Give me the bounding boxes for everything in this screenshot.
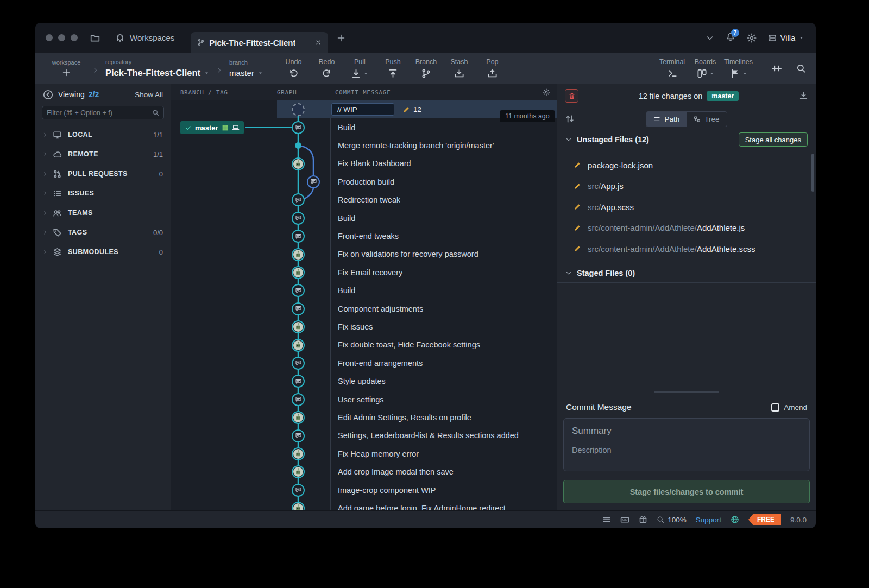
sidebar-item-remote[interactable]: REMOTE1/1 bbox=[35, 144, 171, 164]
file-dir: src/content-admin/AddAthlete/ bbox=[588, 223, 697, 232]
commit-row[interactable]: Redirection tweak bbox=[171, 191, 557, 209]
commit-row[interactable]: Fix Heap memory error bbox=[171, 445, 557, 463]
file-row[interactable]: src/content-admin/AddAthlete/AddAthlete.… bbox=[557, 218, 816, 239]
chevron-down-icon[interactable] bbox=[565, 270, 572, 276]
sidebar-item-pull-requests[interactable]: PULL REQUESTS0 bbox=[35, 164, 171, 184]
caret-down-icon[interactable] bbox=[742, 71, 747, 76]
commit-summary-input[interactable]: Summary bbox=[572, 426, 801, 437]
commit-row[interactable]: Fix issues bbox=[171, 318, 557, 336]
toolbar-action-boards[interactable]: Boards bbox=[689, 53, 722, 84]
file-row[interactable]: package-lock.json bbox=[557, 155, 816, 176]
toolbar-action-redo[interactable]: Redo bbox=[310, 53, 343, 84]
support-link[interactable]: Support bbox=[696, 516, 721, 524]
toolbar-action-undo[interactable]: Undo bbox=[277, 53, 310, 84]
wip-label-box[interactable]: // WIP bbox=[331, 103, 394, 116]
sort-files-icon[interactable] bbox=[565, 114, 575, 124]
commit-description-input[interactable]: Description bbox=[572, 446, 801, 454]
commit-row[interactable]: Style updates bbox=[171, 372, 557, 390]
commit-message-box[interactable]: Summary Description bbox=[563, 418, 810, 471]
collapse-toolbar-icon[interactable] bbox=[706, 34, 714, 42]
file-path: package-lock.json bbox=[588, 161, 653, 170]
commit-row[interactable]: Fix on validations for recovery password bbox=[171, 245, 557, 263]
zoom-control[interactable]: 100% bbox=[657, 516, 687, 524]
zoom-window-button[interactable] bbox=[71, 34, 78, 41]
minimize-window-button[interactable] bbox=[58, 34, 65, 41]
path-view-button[interactable]: Path bbox=[646, 112, 687, 127]
download-icon[interactable] bbox=[799, 91, 808, 100]
staged-files-header[interactable]: Staged Files (0) bbox=[557, 263, 816, 283]
toolbar-action-pull[interactable]: Pull bbox=[343, 53, 376, 84]
amend-control[interactable]: Amend bbox=[771, 403, 807, 412]
sidebar-item-issues[interactable]: ISSUES bbox=[35, 184, 171, 203]
commit-row[interactable]: Front-end arrangements bbox=[171, 354, 557, 372]
commit-branch-cell bbox=[171, 445, 330, 463]
caret-down-icon[interactable] bbox=[363, 71, 368, 76]
filter-input[interactable] bbox=[47, 109, 149, 117]
gift-icon[interactable] bbox=[639, 515, 647, 524]
unstaged-files-header[interactable]: Unstaged Files (12) Stage all changes bbox=[557, 130, 816, 149]
folder-icon[interactable] bbox=[90, 33, 100, 43]
modified-file-icon bbox=[574, 182, 581, 190]
toolbar-action-branch[interactable]: Branch bbox=[410, 53, 443, 84]
commit-row[interactable]: Build bbox=[171, 282, 557, 300]
layout-panels-icon[interactable] bbox=[771, 63, 782, 74]
graph-settings-gear-icon[interactable] bbox=[543, 88, 550, 96]
commit-row[interactable]: Front-end tweaks bbox=[171, 227, 557, 245]
close-tab-icon[interactable] bbox=[315, 39, 322, 46]
globe-icon[interactable] bbox=[731, 515, 739, 524]
gear-icon[interactable] bbox=[747, 33, 757, 43]
toolbar-action-stash[interactable]: Stash bbox=[443, 53, 476, 84]
repository-selector[interactable]: repository Pick-The-Fittest-Client bbox=[105, 53, 209, 84]
commit-row[interactable]: Edit Admin Settings, Results on profile bbox=[171, 408, 557, 426]
workspace-group[interactable]: workspace bbox=[47, 53, 85, 84]
notifications-button[interactable]: 7 bbox=[726, 32, 735, 44]
wip-row[interactable]: // WIP 12 bbox=[171, 100, 557, 118]
toolbar-action-push[interactable]: Push bbox=[376, 53, 410, 84]
add-workspace-icon[interactable] bbox=[62, 68, 71, 77]
workspaces-tab[interactable]: Workspaces bbox=[115, 33, 174, 43]
profile-menu[interactable]: Villa bbox=[768, 34, 804, 42]
toolbar-action-timelines[interactable]: Timelines bbox=[722, 53, 755, 84]
show-all-button[interactable]: Show All bbox=[135, 91, 163, 99]
toolbar-action-pop[interactable]: Pop bbox=[476, 53, 509, 84]
commit-row[interactable]: User settings bbox=[171, 390, 557, 408]
commit-row[interactable]: Production build bbox=[171, 173, 557, 191]
sidebar-item-submodules[interactable]: SUBMODULES0 bbox=[35, 242, 171, 262]
branch-badge-master[interactable]: master bbox=[180, 121, 244, 134]
file-row[interactable]: src/App.scss bbox=[557, 197, 816, 218]
toolbar-action-terminal[interactable]: Terminal bbox=[656, 53, 689, 84]
commit-row[interactable]: Image-crop component WIP bbox=[171, 481, 557, 499]
amend-checkbox[interactable] bbox=[771, 403, 779, 412]
commit-row[interactable]: Add crop Image modal then save bbox=[171, 463, 557, 480]
commit-row[interactable]: Build bbox=[171, 209, 557, 227]
chevron-down-icon[interactable] bbox=[565, 136, 572, 143]
discard-changes-button[interactable] bbox=[565, 89, 578, 103]
new-tab-button[interactable] bbox=[337, 34, 345, 42]
commit-row[interactable]: Merge remote-tracking branch 'origin/mas… bbox=[171, 136, 557, 154]
file-row[interactable]: src/App.js bbox=[557, 176, 816, 197]
file-row[interactable]: src/content-admin/AddAthlete/AddAthlete.… bbox=[557, 238, 816, 260]
branch-selector[interactable]: branch master bbox=[229, 53, 263, 84]
plan-badge[interactable]: FREE bbox=[748, 514, 781, 525]
commit-row[interactable]: Settings, Leaderboard-list & Results sec… bbox=[171, 427, 557, 445]
tree-view-button[interactable]: Tree bbox=[687, 112, 726, 127]
stage-all-changes-button[interactable]: Stage all changes bbox=[739, 132, 808, 147]
sidebar-item-tags[interactable]: TAGS0/0 bbox=[35, 223, 171, 242]
commit-row[interactable]: Fix Blank Dashboard bbox=[171, 155, 557, 173]
commit-row[interactable]: Fix double toast, Hide Facebook settings bbox=[171, 336, 557, 354]
sidebar-item-local[interactable]: LOCAL1/1 bbox=[35, 125, 171, 144]
scrollbar-thumb[interactable] bbox=[811, 154, 814, 192]
sidebar-item-teams[interactable]: TEAMS bbox=[35, 203, 171, 223]
commit-row[interactable]: Add game before login, Fix AdminHome red… bbox=[171, 499, 557, 510]
close-window-button[interactable] bbox=[46, 34, 53, 41]
commit-row[interactable]: Component adjustments bbox=[171, 300, 557, 318]
drag-handle[interactable] bbox=[654, 391, 719, 393]
keyboard-shortcuts-icon[interactable] bbox=[620, 515, 629, 524]
list-view-icon[interactable] bbox=[602, 515, 611, 524]
caret-down-icon[interactable] bbox=[709, 71, 714, 76]
commit-row[interactable]: Fix Email recovery bbox=[171, 263, 557, 281]
repo-tab[interactable]: Pick-The-Fittest-Client bbox=[191, 32, 328, 53]
search-icon[interactable] bbox=[796, 64, 806, 73]
collapse-sidebar-icon[interactable] bbox=[43, 90, 53, 100]
stage-files-commit-button[interactable]: Stage files/changes to commit bbox=[563, 480, 810, 503]
